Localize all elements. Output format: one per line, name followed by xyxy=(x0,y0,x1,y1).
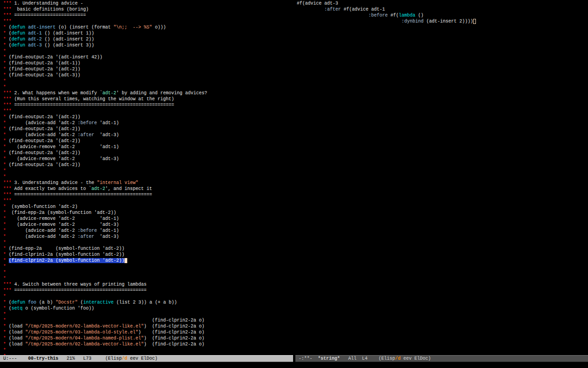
buffer-line[interactable]: *** basic definitions (boring) xyxy=(3,6,293,12)
buffer-line[interactable]: * xyxy=(3,84,293,90)
buffer-line[interactable]: *** ========================== xyxy=(3,12,293,18)
buffer-line[interactable]: * (defun adt-1 () (adt-insert 1)) xyxy=(3,30,293,36)
buffer-line[interactable]: * (find-eoutput-2a '(adt-2)) xyxy=(3,138,293,144)
window-split: *** 1. Understanding advice -*** basic d… xyxy=(0,0,588,362)
buffer-line[interactable]: * (find-eoutput-2a '(adt-2)) xyxy=(3,114,293,120)
buffer-line[interactable]: * (find-clprin2-2a (symbol-function 'adt… xyxy=(3,258,293,264)
buffer-line[interactable]: *** ====================================… xyxy=(3,192,293,198)
buffer-line[interactable]: * (advice-add 'adt-2 :before 'adt-1) xyxy=(3,228,293,234)
buffer-line[interactable]: * (symbol-function 'adt-2) xyxy=(3,204,293,210)
text-segment: ========================================… xyxy=(11,288,147,293)
text-segment: Add exactly two advices to ` xyxy=(11,186,91,191)
text-segment: (load xyxy=(6,324,25,329)
buffer-line[interactable]: * xyxy=(3,311,293,317)
buffer-line[interactable]: * (advice-add 'adt-2 :after 'adt-3) xyxy=(3,234,293,240)
buffer-line[interactable]: *** ====================================… xyxy=(3,288,293,293)
buffer-line[interactable]: :after #f(advice adt-1 xyxy=(297,6,588,12)
buffer-line[interactable]: * (advice-add 'adt-2 :before 'adt-1) xyxy=(3,120,293,126)
buffer-line[interactable]: * xyxy=(3,270,293,276)
buffer-line[interactable]: * (find-eoutput-2a '(adt-2)) xyxy=(3,126,293,132)
buffer-line[interactable]: * (advice-remove 'adt-2 'adt-1) xyxy=(3,144,293,150)
buffer-line[interactable]: * xyxy=(3,168,293,174)
buffer-line[interactable]: *** 3. Understanding advice - the "inter… xyxy=(3,180,293,186)
buffer-line[interactable]: * (find-eoutput-2a '(adt-1)) xyxy=(3,60,293,66)
buffer-line[interactable]: * (load "/tmp/2025-modern/04-lambda-name… xyxy=(3,335,293,341)
text-segment: :after xyxy=(78,234,94,239)
text-segment: 'adt-1) xyxy=(97,121,119,126)
hollow-cursor xyxy=(473,19,476,24)
text-segment: defun xyxy=(11,31,25,36)
text-segment: 'adt-3) xyxy=(94,234,119,239)
buffer-line[interactable]: * xyxy=(3,347,293,353)
buffer-line[interactable]: * (find-epp-2a (symbol-function 'adt-2)) xyxy=(3,246,293,252)
text-segment: (list 2 3)) a (+ a b)) xyxy=(113,300,177,305)
text-segment xyxy=(297,19,401,24)
modeline-left-active[interactable]: U:--- 00-try-this 21% L73 (Elisp/d eev E… xyxy=(0,355,293,362)
text-segment: (find-eoutput-2a '(adt-2)) xyxy=(6,115,80,120)
text-segment: "internal view" xyxy=(97,180,138,185)
text-segment: :before xyxy=(78,121,97,126)
bullet-star: *** xyxy=(3,186,11,191)
buffer-line[interactable]: *** 2. What happens when we modify `adt-… xyxy=(3,90,293,96)
buffer-line[interactable]: *** Add exactly two advices to `adt-2', … xyxy=(3,186,293,192)
buffer-line[interactable]: * (defun adt-3 () (adt-insert 3)) xyxy=(3,42,293,48)
buffer-line[interactable]: * xyxy=(3,293,293,299)
buffer-line[interactable]: * (find-epp-2a (symbol-function 'adt-2)) xyxy=(3,210,293,216)
buffer-line[interactable]: * xyxy=(3,240,293,246)
buffer-line[interactable]: * (defun foo (a b) "Docstr" (interactive… xyxy=(3,299,293,305)
text-segment: (find-epp-2a (symbol-function 'adt-2)) xyxy=(6,210,116,215)
bullet-star: *** xyxy=(3,7,11,12)
buffer-line[interactable]: :dynbind (adt-insert 2)))) xyxy=(297,18,588,24)
buffer-line[interactable]: * xyxy=(3,174,293,180)
buffer-line[interactable]: * (load "/tmp/2025-modern/03-lambda-old-… xyxy=(3,329,293,335)
text-segment: U:--- xyxy=(3,356,28,361)
text-segment: "Docstr" xyxy=(56,300,78,305)
buffer-line[interactable]: *** xyxy=(3,198,293,204)
buffer-line[interactable]: * (find-eoutput-2a '(adt-insert 42)) xyxy=(3,54,293,60)
buffer-line[interactable]: * (advice-remove 'adt-2 'adt-1) xyxy=(3,216,293,222)
buffer-left-body[interactable]: *** 1. Understanding advice -*** basic d… xyxy=(0,0,293,355)
buffer-line[interactable]: * (defun adt-insert (o) (insert (format … xyxy=(3,24,293,30)
buffer-line[interactable]: * (find-eoutput-2a '(adt-2)) xyxy=(3,66,293,72)
buffer-line[interactable]: *** (Run this several times, watching th… xyxy=(3,96,293,102)
text-segment: ( xyxy=(6,306,11,311)
buffer-line[interactable]: *** ====================================… xyxy=(3,102,293,108)
bullet-star: * xyxy=(3,348,6,353)
buffer-line[interactable]: * (advice-remove 'adt-2 'adt-3) xyxy=(3,222,293,228)
text-segment: (find-clprin1-2a (symbol-function 'adt-2… xyxy=(6,252,124,257)
buffer-line[interactable]: * (find-eoutput-2a '(adt-3)) xyxy=(3,72,293,78)
bullet-star: *** xyxy=(3,180,11,185)
text-segment: (advice-add 'adt-2 xyxy=(6,121,78,126)
text-segment: adt-1 xyxy=(28,31,42,36)
bullet-star: *** xyxy=(3,198,11,203)
buffer-line[interactable]: * (setq o (symbol-function 'foo)) xyxy=(3,305,293,311)
buffer-line[interactable]: * (advice-add 'adt-2 :after 'adt-3) xyxy=(3,132,293,138)
buffer-line[interactable]: * (advice-remove 'adt-2 'adt-3) xyxy=(3,156,293,162)
buffer-line[interactable]: * (find-eoutput-2a '(adt-2)) xyxy=(3,150,293,156)
buffer-line[interactable]: :before #f(lambda () xyxy=(297,12,588,18)
buffer-right-body[interactable]: #f(advice adt-3 :after #f(advice adt-1 :… xyxy=(295,0,588,355)
buffer-line[interactable]: * xyxy=(3,264,293,270)
echo-area-minibuffer[interactable] xyxy=(0,362,588,368)
buffer-line[interactable]: * (load "/tmp/2025-modern/02-lambda-vect… xyxy=(3,323,293,329)
buffer-line[interactable]: * xyxy=(3,276,293,282)
bullet-star: * xyxy=(3,270,6,275)
buffer-line[interactable]: #f(advice adt-3 xyxy=(297,0,588,6)
buffer-line[interactable]: * (defun adt-2 () (adt-insert 2)) xyxy=(3,36,293,42)
modeline-right-inactive[interactable]: -:**- *string* All L4 (Elisp/d eev ElDoc… xyxy=(295,355,588,362)
buffer-line[interactable]: * xyxy=(3,48,293,54)
text-segment: () (adt-insert 2)) xyxy=(42,37,94,42)
text-segment: adt-insert xyxy=(28,25,56,30)
buffer-line[interactable]: * (find-clprin1-2a (symbol-function 'adt… xyxy=(3,252,293,258)
bullet-star: * xyxy=(3,49,6,54)
buffer-line[interactable]: *** 4. Switch between three ways of prin… xyxy=(3,282,293,288)
text-segment: defun xyxy=(11,43,25,48)
bullet-star: *** xyxy=(3,91,11,96)
buffer-line[interactable]: * (load "/tmp/2025-modern/02-lambda-vect… xyxy=(3,341,293,347)
buffer-line[interactable]: * (find-clprin2-2a o) xyxy=(3,317,293,323)
buffer-line[interactable]: * (find-eoutput-2a '(adt-2)) xyxy=(3,162,293,168)
buffer-line[interactable]: *** xyxy=(3,18,293,24)
buffer-line[interactable]: *** xyxy=(3,108,293,114)
buffer-line[interactable]: *** 1. Understanding advice - xyxy=(3,0,293,6)
buffer-line[interactable]: * xyxy=(3,78,293,84)
